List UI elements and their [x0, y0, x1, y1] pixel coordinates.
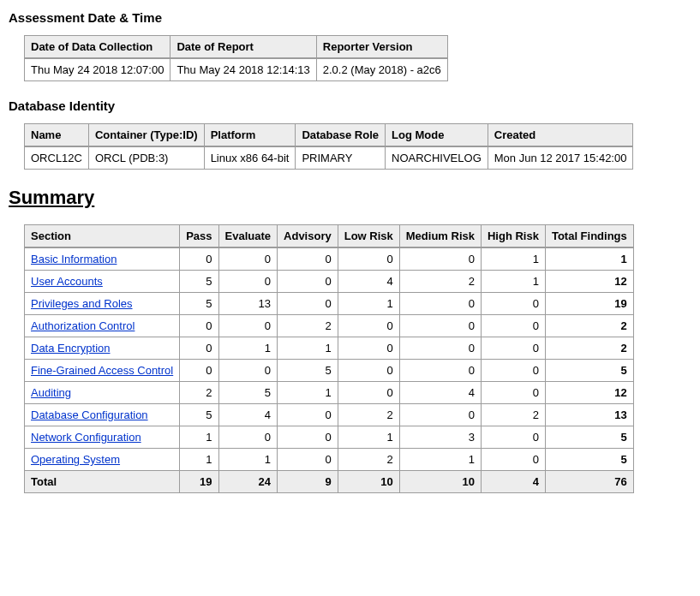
identity-th-5: Created — [488, 124, 633, 147]
identity-th-3: Database Role — [296, 124, 386, 147]
summary-cell-evaluate: 0 — [218, 360, 277, 382]
summary-cell-low: 2 — [338, 449, 399, 471]
summary-cell-high: 2 — [481, 404, 545, 426]
summary-cell-evaluate: 5 — [218, 382, 277, 404]
summary-cell-low: 0 — [338, 247, 399, 271]
section-link[interactable]: Operating System — [31, 453, 120, 466]
identity-cell-3: PRIMARY — [296, 146, 386, 170]
summary-cell-low: 2 — [338, 404, 399, 426]
identity-cell-5: Mon Jun 12 2017 15:42:00 — [488, 146, 633, 170]
summary-th-low: Low Risk — [338, 225, 399, 248]
summary-cell-evaluate: 0 — [218, 271, 277, 293]
table-row: Database Configuration54020213 — [25, 404, 634, 426]
summary-cell-pass: 2 — [180, 382, 218, 404]
summary-total-pass: 19 — [180, 471, 218, 493]
assessment-cell-2: 2.0.2 (May 2018) - a2c6 — [316, 58, 447, 81]
summary-cell-total: 12 — [545, 382, 633, 404]
identity-th-0: Name — [25, 124, 89, 147]
summary-cell-total: 12 — [545, 271, 633, 293]
summary-cell-high: 0 — [481, 293, 545, 315]
summary-cell-medium: 0 — [399, 315, 481, 337]
table-row: Authorization Control0020002 — [25, 315, 634, 337]
summary-cell-medium: 1 — [399, 449, 481, 471]
summary-cell-advisory: 1 — [278, 382, 338, 404]
summary-cell-advisory: 0 — [278, 426, 338, 449]
summary-heading: Summary — [9, 187, 691, 209]
summary-cell-advisory: 0 — [278, 449, 338, 471]
table-row: Data Encryption0110002 — [25, 337, 634, 360]
summary-cell-total: 5 — [545, 426, 633, 449]
section-link[interactable]: Database Configuration — [31, 408, 148, 421]
identity-table-wrap: Name Container (Type:ID) Platform Databa… — [24, 123, 691, 170]
section-link[interactable]: Auditing — [31, 386, 71, 399]
summary-cell-advisory: 5 — [278, 360, 338, 382]
summary-cell-advisory: 2 — [278, 315, 338, 337]
table-row: Auditing25104012 — [25, 382, 634, 404]
table-row: Operating System1102105 — [25, 449, 634, 471]
summary-cell-high: 0 — [481, 426, 545, 449]
identity-cell-0: ORCL12C — [25, 146, 89, 170]
summary-cell-advisory: 0 — [278, 293, 338, 315]
summary-cell-total: 5 — [545, 360, 633, 382]
summary-cell-high: 0 — [481, 449, 545, 471]
summary-cell-low: 0 — [338, 337, 399, 360]
summary-cell-medium: 0 — [399, 337, 481, 360]
summary-total-low: 10 — [338, 471, 399, 493]
summary-cell-high: 1 — [481, 247, 545, 271]
summary-cell-pass: 5 — [180, 404, 218, 426]
summary-cell-evaluate: 13 — [218, 293, 277, 315]
identity-heading: Database Identity — [9, 98, 691, 113]
assessment-cell-1: Thu May 24 2018 12:14:13 — [171, 58, 316, 81]
summary-cell-section: Operating System — [25, 449, 180, 471]
summary-cell-low: 1 — [338, 426, 399, 449]
table-row: Network Configuration1001305 — [25, 426, 634, 449]
identity-th-1: Container (Type:ID) — [88, 124, 204, 147]
summary-cell-medium: 2 — [399, 271, 481, 293]
summary-cell-evaluate: 4 — [218, 404, 277, 426]
section-link[interactable]: Privileges and Roles — [31, 297, 133, 310]
summary-total-high: 4 — [481, 471, 545, 493]
identity-th-2: Platform — [204, 124, 296, 147]
summary-cell-advisory: 0 — [278, 271, 338, 293]
summary-cell-pass: 0 — [180, 337, 218, 360]
summary-cell-evaluate: 0 — [218, 426, 277, 449]
assessment-table-wrap: Date of Data Collection Date of Report R… — [24, 35, 691, 81]
assessment-heading: Assessment Date & Time — [9, 10, 691, 25]
section-link[interactable]: Authorization Control — [31, 319, 135, 332]
summary-total-total: 76 — [545, 471, 633, 493]
summary-cell-pass: 0 — [180, 247, 218, 271]
summary-cell-advisory: 0 — [278, 247, 338, 271]
summary-cell-high: 1 — [481, 271, 545, 293]
summary-cell-section: User Accounts — [25, 271, 180, 293]
summary-th-total: Total Findings — [545, 225, 633, 248]
table-row: Fine-Grained Access Control0050005 — [25, 360, 634, 382]
summary-th-evaluate: Evaluate — [218, 225, 277, 248]
identity-table: Name Container (Type:ID) Platform Databa… — [24, 123, 633, 170]
summary-th-medium: Medium Risk — [399, 225, 481, 248]
summary-cell-section: Privileges and Roles — [25, 293, 180, 315]
summary-cell-section: Basic Information — [25, 247, 180, 271]
assessment-table: Date of Data Collection Date of Report R… — [24, 35, 448, 81]
summary-cell-section: Fine-Grained Access Control — [25, 360, 180, 382]
summary-cell-low: 0 — [338, 382, 399, 404]
summary-cell-high: 0 — [481, 315, 545, 337]
table-row: Thu May 24 2018 12:07:00 Thu May 24 2018… — [25, 58, 448, 81]
summary-total-medium: 10 — [399, 471, 481, 493]
section-link[interactable]: Fine-Grained Access Control — [31, 364, 173, 377]
summary-cell-total: 2 — [545, 315, 633, 337]
summary-cell-low: 0 — [338, 315, 399, 337]
summary-cell-evaluate: 1 — [218, 449, 277, 471]
summary-cell-pass: 5 — [180, 271, 218, 293]
section-link[interactable]: Basic Information — [31, 253, 117, 265]
summary-cell-high: 0 — [481, 382, 545, 404]
section-link[interactable]: Network Configuration — [31, 431, 141, 444]
table-row: Basic Information0000011 — [25, 247, 634, 271]
summary-cell-medium: 0 — [399, 360, 481, 382]
summary-cell-section: Auditing — [25, 382, 180, 404]
summary-th-high: High Risk — [481, 225, 545, 248]
section-link[interactable]: Data Encryption — [31, 342, 111, 355]
summary-total-evaluate: 24 — [218, 471, 277, 493]
section-link[interactable]: User Accounts — [31, 275, 103, 288]
summary-cell-evaluate: 0 — [218, 247, 277, 271]
summary-cell-medium: 0 — [399, 404, 481, 426]
